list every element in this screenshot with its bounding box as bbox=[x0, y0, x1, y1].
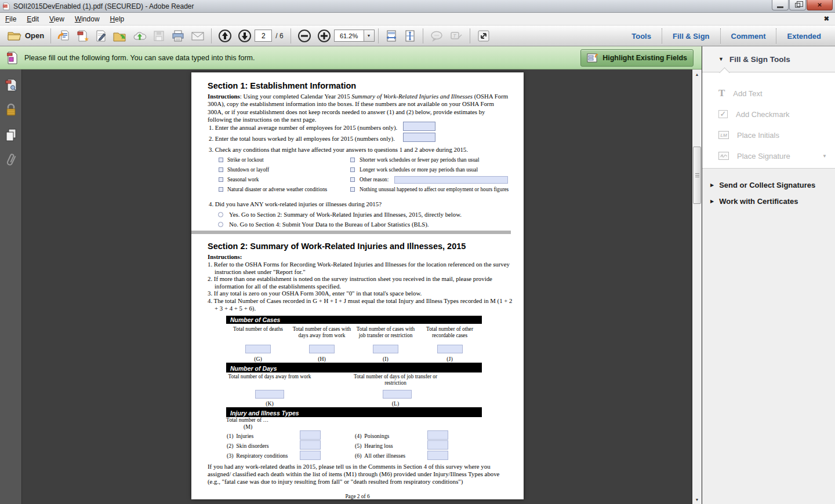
hearing-loss-field[interactable] bbox=[427, 440, 448, 450]
skin-disorders-field[interactable] bbox=[300, 440, 321, 450]
security-settings-button[interactable] bbox=[3, 101, 19, 119]
signature-dropdown-icon[interactable]: ▼ bbox=[822, 154, 827, 159]
attachments-pages-button[interactable] bbox=[3, 126, 19, 144]
panel-header[interactable]: ▼ Fill & Sign Tools bbox=[702, 46, 835, 72]
cases-header-bar: Number of Cases bbox=[226, 316, 482, 324]
add-text-tool[interactable]: T Add Text bbox=[702, 83, 835, 104]
minimize-button[interactable] bbox=[772, 0, 789, 10]
paperclip-icon bbox=[5, 152, 17, 167]
comment-link[interactable]: Comment bbox=[721, 32, 776, 41]
deaths-field[interactable] bbox=[245, 345, 271, 353]
email-button[interactable] bbox=[188, 28, 208, 44]
scroll-up-icon[interactable]: ▲ bbox=[692, 70, 702, 79]
type-num: (4) bbox=[355, 433, 361, 439]
section2-instructions-label: Instructions: bbox=[208, 253, 242, 261]
create-pdf-button[interactable]: ★ bbox=[73, 28, 92, 44]
menubar-close-icon[interactable]: ✖ bbox=[824, 15, 829, 23]
radio-no[interactable] bbox=[218, 222, 223, 227]
checkbox-shutdown[interactable] bbox=[219, 167, 223, 172]
highlight-existing-fields-button[interactable]: Highlight Existing Fields bbox=[580, 49, 694, 67]
menu-view[interactable]: View bbox=[44, 13, 70, 25]
menu-window[interactable]: Window bbox=[70, 13, 105, 25]
cases-letter: (H) bbox=[290, 356, 354, 362]
days-away-field[interactable] bbox=[255, 390, 284, 399]
toolbar-separator bbox=[50, 28, 51, 43]
menu-edit[interactable]: Edit bbox=[21, 13, 44, 25]
text-callout-button[interactable]: T bbox=[446, 28, 466, 44]
respiratory-field[interactable] bbox=[300, 451, 321, 460]
checkbox-nothing-unusual[interactable] bbox=[350, 187, 355, 192]
checkbox-shorter-schedules[interactable] bbox=[350, 158, 355, 162]
type-num: (2) bbox=[227, 443, 233, 449]
injuries-field[interactable] bbox=[300, 430, 321, 440]
checkbox-disaster[interactable] bbox=[219, 187, 223, 192]
cloud-upload-button[interactable] bbox=[130, 28, 150, 44]
add-checkmark-tool[interactable]: ✓ Add Checkmark bbox=[702, 104, 835, 125]
export-pdf-button[interactable] bbox=[55, 28, 73, 44]
radio-yes[interactable] bbox=[218, 212, 223, 217]
save-button[interactable] bbox=[150, 28, 168, 44]
work-with-certificates-label: Work with Certificates bbox=[719, 197, 798, 206]
place-initials-tool[interactable]: LM Place Initials bbox=[702, 125, 835, 145]
fullscreen-button[interactable] bbox=[474, 28, 493, 44]
document-area: Section 1: Establishment Information Ins… bbox=[0, 70, 702, 504]
page-number-input[interactable] bbox=[255, 30, 272, 42]
other-illnesses-field[interactable] bbox=[427, 451, 448, 460]
scrollbar-thumb[interactable] bbox=[693, 147, 701, 204]
next-page-button[interactable] bbox=[235, 28, 255, 44]
employees-field[interactable] bbox=[403, 122, 435, 131]
highlight-fields-label: Highlight Existing Fields bbox=[602, 54, 687, 62]
fit-width-button[interactable] bbox=[382, 28, 401, 44]
attachments-button[interactable] bbox=[3, 151, 19, 169]
scroll-down-icon[interactable]: ▼ bbox=[692, 495, 702, 504]
days-transfer-field[interactable] bbox=[383, 390, 412, 399]
zoom-in-button[interactable] bbox=[314, 28, 334, 44]
tools-link[interactable]: Tools bbox=[621, 32, 662, 41]
zoom-level-value[interactable]: 61.2% bbox=[334, 30, 364, 42]
place-signature-tool[interactable]: Place Signature ▼ bbox=[702, 145, 835, 166]
close-icon: ✕ bbox=[817, 2, 822, 8]
other-cases-field[interactable] bbox=[437, 345, 463, 353]
checkbox-disaster-label: Natural disaster or adverse weather cond… bbox=[227, 187, 327, 192]
work-with-certificates-section[interactable]: ▶ Work with Certificates bbox=[702, 193, 835, 209]
send-collect-signatures-section[interactable]: ▶ Send or Collect Signatures bbox=[702, 177, 835, 193]
open-folder-icon bbox=[8, 30, 21, 42]
menu-help[interactable]: Help bbox=[105, 13, 130, 25]
extended-link[interactable]: Extended bbox=[776, 32, 832, 41]
checkbox-strike[interactable] bbox=[219, 158, 223, 162]
checkbox-other-reason[interactable] bbox=[350, 177, 355, 182]
question3-label: 3. Check any conditions that might have … bbox=[209, 146, 468, 154]
menu-file[interactable]: File bbox=[0, 13, 21, 25]
previous-page-button[interactable] bbox=[215, 28, 235, 44]
fill-sign-link[interactable]: Fill & Sign bbox=[662, 32, 720, 41]
poisonings-field[interactable] bbox=[427, 430, 448, 440]
checkbox-longer-schedules[interactable] bbox=[350, 167, 355, 172]
close-button[interactable]: ✕ bbox=[807, 0, 833, 10]
hours-worked-field[interactable] bbox=[403, 133, 435, 142]
form-message-bar: Please fill out the following form. You … bbox=[0, 46, 702, 70]
zoom-dropdown-button[interactable]: ▼ bbox=[364, 30, 375, 42]
page-thumbnails-button[interactable] bbox=[3, 76, 19, 94]
adobe-reader-window: PDF SOII2015DevEnabled (1).pdf (SECURED)… bbox=[0, 0, 835, 504]
fit-page-button[interactable] bbox=[401, 28, 419, 44]
sign-document-button[interactable] bbox=[92, 28, 110, 44]
restore-button[interactable] bbox=[789, 0, 806, 10]
open-button[interactable]: Open bbox=[5, 28, 47, 44]
window-title: SOII2015DevEnabled (1).pdf (SECURED) - A… bbox=[13, 2, 194, 10]
print-button[interactable] bbox=[168, 28, 188, 44]
type-label: All other illnesses bbox=[364, 452, 405, 459]
next-page-icon bbox=[238, 29, 252, 43]
zoom-out-button[interactable] bbox=[295, 28, 314, 44]
days-away-cases-field[interactable] bbox=[309, 345, 335, 353]
transfer-cases-field[interactable] bbox=[373, 345, 398, 353]
checkbox-seasonal[interactable] bbox=[219, 177, 223, 182]
comment-button[interactable] bbox=[427, 28, 446, 44]
expand-arrow-icon: ▶ bbox=[710, 199, 714, 204]
section2-instruction-1: 1. Refer to the OSHA Forms for Recording… bbox=[208, 261, 514, 275]
other-reason-field[interactable] bbox=[394, 176, 508, 184]
initials-icon: LM bbox=[718, 131, 729, 139]
vertical-scrollbar[interactable]: ▲ ▼ bbox=[692, 70, 702, 504]
checkbox-other-reason-label: Other reason: bbox=[360, 177, 389, 182]
type-num: (5) bbox=[355, 443, 361, 449]
share-folder-button[interactable] bbox=[110, 28, 130, 44]
